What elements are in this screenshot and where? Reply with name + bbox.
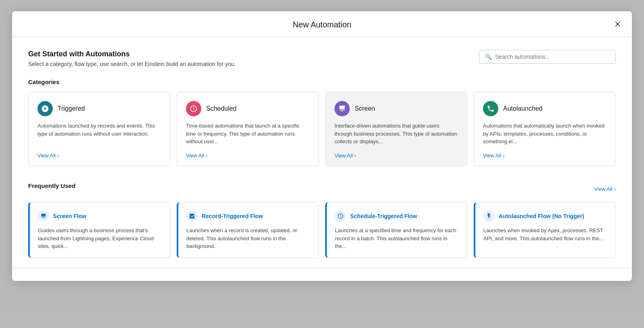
freq-card-screen-flow[interactable]: Screen Flow Guides users through a busin…: [28, 202, 170, 258]
modal: New Automation ✕ Get Started with Automa…: [12, 11, 632, 281]
scheduled-name: Scheduled: [206, 105, 237, 112]
frequently-grid: Screen Flow Guides users through a busin…: [28, 202, 616, 258]
autolaunched-icon: [483, 101, 498, 116]
category-card-autolaunched[interactable]: Autolaunched Automations that automatica…: [474, 92, 616, 166]
categories-title: Categories: [28, 78, 616, 85]
freq-card-autolaunched-no-trigger[interactable]: Autolaunched Flow (No Trigger) Launches …: [474, 202, 616, 258]
screen-name: Screen: [355, 105, 375, 112]
schedule-triggered-icon: [335, 210, 346, 222]
record-triggered-title: Record-Triggered Flow: [202, 213, 263, 219]
scheduled-view-all[interactable]: View All ›: [186, 153, 310, 159]
search-input[interactable]: [495, 54, 610, 60]
autolaunched-no-trigger-icon: [483, 210, 495, 222]
close-button[interactable]: ✕: [611, 18, 624, 31]
frequently-view-all[interactable]: View All ›: [594, 186, 616, 192]
triggered-view-all[interactable]: View All ›: [37, 153, 161, 159]
scheduled-icon: [186, 101, 201, 116]
frequently-used-header: Frequently Used View All ›: [28, 182, 616, 196]
section-heading: Get Started with Automations: [28, 50, 236, 58]
screen-flow-icon: [38, 210, 49, 222]
autolaunched-no-trigger-title: Autolaunched Flow (No Trigger): [499, 213, 584, 219]
screen-flow-title: Screen Flow: [53, 213, 86, 219]
scheduled-desc: Time-based automations that launch at a …: [186, 122, 310, 146]
category-card-screen[interactable]: Screen Interface-driven automations that…: [325, 92, 467, 166]
screen-view-all[interactable]: View All ›: [334, 153, 458, 159]
screen-flow-desc: Guides users through a business process …: [38, 227, 162, 250]
autolaunched-no-trigger-desc: Launches when invoked by Apex, processes…: [483, 227, 607, 242]
header-text: Get Started with Automations Select a ca…: [28, 50, 236, 67]
modal-overlay: New Automation ✕ Get Started with Automa…: [0, 0, 644, 328]
autolaunched-desc: Automations that automatically launch wh…: [483, 122, 607, 146]
autolaunched-name: Autolaunched: [503, 105, 543, 112]
modal-body: Get Started with Automations Select a ca…: [12, 37, 632, 268]
autolaunched-view-all[interactable]: View All ›: [483, 153, 607, 159]
category-card-triggered[interactable]: Triggered Automations launched by record…: [28, 92, 170, 166]
record-triggered-icon: [186, 210, 198, 222]
modal-header: New Automation ✕: [12, 11, 632, 37]
search-icon: 🔍: [485, 54, 492, 60]
header-row: Get Started with Automations Select a ca…: [28, 50, 616, 67]
freq-card-record-triggered[interactable]: Record-Triggered Flow Launches when a re…: [177, 202, 319, 258]
triggered-icon: [37, 101, 53, 116]
search-box[interactable]: 🔍: [479, 50, 616, 64]
modal-title: New Automation: [293, 20, 351, 29]
frequently-title: Frequently Used: [28, 182, 76, 189]
modal-footer: [12, 268, 632, 281]
triggered-name: Triggered: [58, 105, 85, 112]
record-triggered-desc: Launches when a record is created, updat…: [186, 227, 310, 250]
triggered-desc: Automations launched by records and even…: [37, 122, 161, 146]
schedule-triggered-title: Schedule-Triggered Flow: [350, 213, 417, 219]
category-card-scheduled[interactable]: Scheduled Time-based automations that la…: [177, 92, 319, 166]
freq-card-schedule-triggered[interactable]: Schedule-Triggered Flow Launches at a sp…: [325, 202, 467, 258]
section-subtext: Select a category, flow type, use search…: [28, 61, 236, 67]
categories-grid: Triggered Automations launched by record…: [28, 92, 616, 166]
screen-icon: [334, 101, 350, 116]
screen-desc: Interface-driven automations that guide …: [334, 122, 458, 146]
schedule-triggered-desc: Launches at a specified time and frequen…: [335, 227, 459, 250]
